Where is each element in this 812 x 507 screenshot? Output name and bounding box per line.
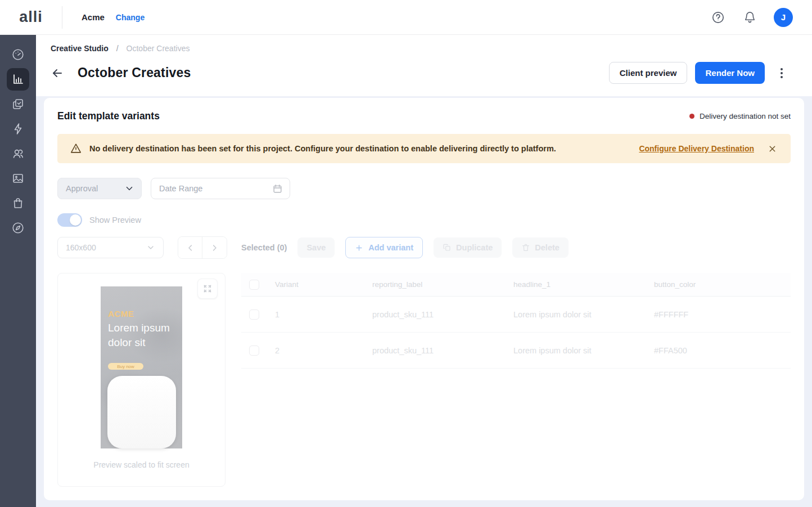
- delete-label: Delete: [535, 243, 560, 252]
- edit-variants-card: Edit template variants Delivery destinat…: [44, 98, 804, 500]
- approval-filter-dropdown[interactable]: Approval: [57, 178, 142, 199]
- app-logo: alli: [0, 8, 62, 26]
- copy-icon: [443, 243, 452, 252]
- show-preview-label: Show Preview: [89, 216, 141, 225]
- size-selector-dropdown[interactable]: 160x600: [57, 237, 164, 258]
- more-options-kebab-icon[interactable]: [773, 65, 791, 82]
- save-button-label: Save: [306, 243, 326, 252]
- image-icon: [11, 172, 25, 185]
- ad-preview: ACME Lorem ipsum dolor sit Buy now: [101, 286, 182, 448]
- bar-chart-icon: [11, 73, 25, 86]
- plus-icon: [355, 244, 363, 252]
- add-variant-label: Add variant: [368, 243, 413, 252]
- duplicate-label: Duplicate: [456, 243, 493, 252]
- users-icon: [11, 147, 25, 160]
- account-name: Acme: [82, 12, 105, 22]
- delivery-status: Delivery destination not set: [689, 112, 791, 120]
- breadcrumb-parent[interactable]: Creative Studio: [51, 44, 109, 53]
- top-bar: alli Acme Change J: [0, 0, 812, 35]
- duplicate-button[interactable]: Duplicate: [434, 237, 502, 258]
- back-arrow-icon[interactable]: [51, 66, 64, 80]
- col-header-headline-1: headline_1: [513, 280, 654, 289]
- card-title: Edit template variants: [57, 110, 160, 122]
- chevron-down-icon: [124, 183, 134, 194]
- table-row[interactable]: 1 product_sku_111 Lorem ipsum dolor sit …: [241, 297, 791, 333]
- ad-product-image: [107, 376, 176, 448]
- configure-delivery-link[interactable]: Configure Delivery Destination: [639, 144, 754, 153]
- help-icon[interactable]: [711, 10, 725, 25]
- compass-icon: [11, 221, 25, 235]
- ad-cta-button: Buy now: [108, 363, 143, 370]
- add-variant-button[interactable]: Add variant: [345, 237, 423, 258]
- warning-triangle-icon: [70, 142, 82, 155]
- user-avatar[interactable]: J: [774, 8, 793, 27]
- shopping-bag-icon: [11, 196, 25, 210]
- sidebar-item-analytics[interactable]: [7, 68, 29, 91]
- table-header-row: Variant reporting_label headline_1 butto…: [241, 273, 791, 297]
- prev-page-button[interactable]: [178, 237, 202, 258]
- client-preview-button[interactable]: Client preview: [609, 62, 688, 84]
- breadcrumb: Creative Studio / October Creatives: [51, 44, 791, 53]
- preview-pager: [178, 236, 227, 259]
- ad-headline-text: Lorem ipsum dolor sit: [108, 321, 182, 349]
- col-header-button-color: button_color: [654, 280, 791, 289]
- expand-preview-icon[interactable]: [197, 279, 218, 299]
- sidebar-item-shop[interactable]: [7, 192, 29, 214]
- main-area: Creative Studio / October Creatives Octo…: [36, 35, 812, 507]
- change-account-link[interactable]: Change: [116, 13, 145, 22]
- ad-brand-text: ACME: [108, 309, 182, 318]
- preview-caption: Preview scaled to fit screen: [93, 460, 189, 469]
- delivery-warning-banner: No delivery destination has been set for…: [57, 134, 791, 163]
- sidebar-nav: [0, 35, 36, 507]
- lightning-icon: [11, 122, 25, 136]
- status-text: Delivery destination not set: [700, 112, 791, 120]
- banner-close-icon[interactable]: [768, 144, 777, 154]
- size-selector-value: 160x600: [66, 243, 96, 252]
- delete-button[interactable]: Delete: [512, 237, 569, 258]
- row-checkbox[interactable]: [249, 309, 259, 320]
- breadcrumb-current: October Creatives: [127, 44, 190, 53]
- page-title: October Creatives: [78, 65, 191, 80]
- breadcrumb-separator: /: [116, 44, 119, 53]
- sidebar-item-explore[interactable]: [7, 217, 29, 239]
- sidebar-item-tasks[interactable]: [7, 93, 29, 115]
- sidebar-item-audiences[interactable]: [7, 142, 29, 165]
- date-range-placeholder: Date Range: [159, 184, 202, 193]
- banner-message: No delivery destination has been set for…: [89, 144, 556, 153]
- select-all-checkbox[interactable]: [249, 280, 259, 290]
- table-body: 1 product_sku_111 Lorem ipsum dolor sit …: [241, 297, 791, 369]
- date-range-input[interactable]: Date Range: [151, 178, 290, 199]
- creative-preview-panel: ACME Lorem ipsum dolor sit Buy now Previ…: [57, 273, 225, 487]
- col-header-variant: Variant: [275, 280, 372, 289]
- chevron-down-icon: [146, 243, 155, 252]
- approval-filter-label: Approval: [66, 184, 98, 193]
- toggle-knob: [70, 214, 81, 226]
- topbar-divider: [62, 6, 62, 29]
- next-page-button[interactable]: [202, 237, 227, 258]
- sidebar-item-dashboard[interactable]: [7, 43, 29, 66]
- render-now-button[interactable]: Render Now: [695, 62, 765, 84]
- show-preview-toggle[interactable]: [57, 213, 82, 227]
- page-header: Creative Studio / October Creatives Octo…: [36, 35, 812, 96]
- calendar-icon: [272, 183, 283, 194]
- sidebar-item-automation[interactable]: [7, 118, 29, 140]
- trash-icon: [521, 243, 530, 252]
- content-area: Edit template variants Delivery destinat…: [36, 96, 812, 507]
- row-checkbox[interactable]: [249, 346, 259, 356]
- col-header-reporting-label: reporting_label: [372, 280, 513, 289]
- clipboard-check-icon: [11, 97, 25, 111]
- notifications-bell-icon[interactable]: [742, 10, 757, 25]
- gauge-icon: [11, 48, 25, 61]
- variants-table: Variant reporting_label headline_1 butto…: [241, 273, 791, 487]
- table-row[interactable]: 2 product_sku_111 Lorem ipsum dolor sit …: [241, 333, 791, 369]
- save-button[interactable]: Save: [297, 237, 335, 258]
- status-dot-icon: [689, 114, 694, 119]
- sidebar-item-creatives[interactable]: [7, 167, 29, 190]
- selected-count: Selected (0): [241, 243, 287, 252]
